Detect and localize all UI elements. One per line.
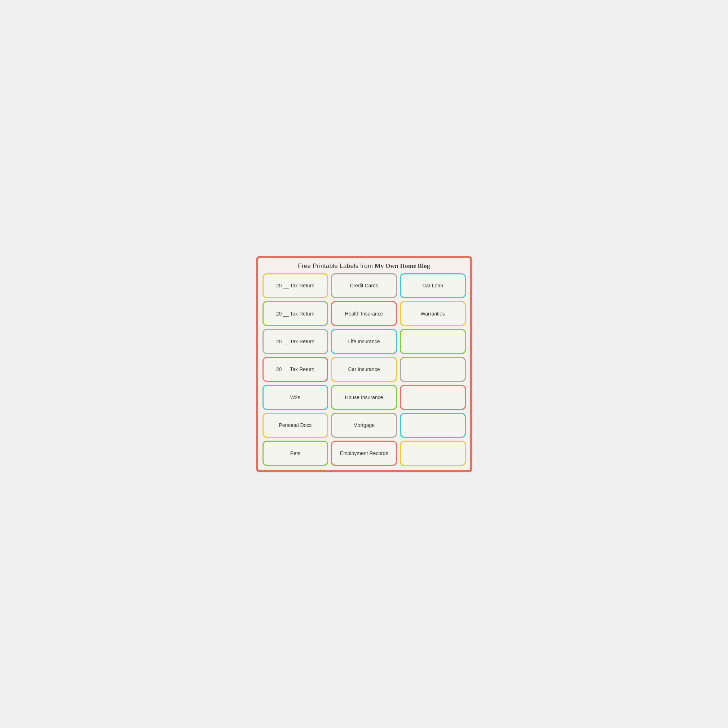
label-text: Warranties	[421, 310, 445, 317]
label-cell	[400, 357, 466, 382]
label-cell: Car Loan	[400, 273, 466, 298]
label-text: 20 __ Tax Return	[276, 366, 314, 372]
label-text: 20 __ Tax Return	[276, 338, 314, 345]
label-cell: House Insurance	[331, 385, 397, 410]
label-text: Employment Records	[340, 450, 388, 456]
label-cell	[400, 440, 466, 465]
label-cell: Mortgage	[331, 413, 397, 438]
label-cell: Credit Cards	[331, 273, 397, 298]
label-text: Car Insurance	[348, 366, 380, 372]
label-text: Personal Docs	[279, 422, 312, 428]
page-title: Free Printable Labels from My Own Home B…	[263, 263, 466, 270]
label-cell: 20 __ Tax Return	[263, 329, 329, 354]
label-text: Mortgage	[353, 422, 375, 428]
title-prefix: Free Printable Labels from	[298, 263, 375, 269]
label-text: House Insurance	[345, 394, 383, 401]
label-cell: 20 __ Tax Return	[263, 357, 329, 382]
label-text: 20 __ Tax Return	[276, 310, 314, 317]
label-cell: 20 __ Tax Return	[263, 273, 329, 298]
label-cell	[400, 329, 466, 354]
label-text: 20 __ Tax Return	[276, 282, 314, 289]
label-cell: 20 __ Tax Return	[263, 301, 329, 326]
label-cell: Car Insurance	[331, 357, 397, 382]
label-grid: 20 __ Tax ReturnCredit CardsCar Loan20 _…	[263, 273, 466, 466]
label-text: Car Loan	[422, 282, 443, 289]
label-cell: W2s	[263, 385, 329, 410]
title-brand: My Own Home Blog	[375, 263, 430, 269]
label-text: Life Insurance	[348, 338, 380, 345]
printable-page: Free Printable Labels from My Own Home B…	[256, 256, 473, 473]
label-cell: Warranties	[400, 301, 466, 326]
label-cell	[400, 413, 466, 438]
label-cell	[400, 385, 466, 410]
label-text: W2s	[290, 394, 300, 401]
label-text: Pets	[290, 450, 300, 456]
label-text: Health Insurance	[345, 310, 383, 317]
label-cell: Life Insurance	[331, 329, 397, 354]
label-cell: Personal Docs	[263, 413, 329, 438]
label-cell: Pets	[263, 440, 329, 465]
label-text: Credit Cards	[350, 282, 378, 289]
label-cell: Employment Records	[331, 440, 397, 465]
label-cell: Health Insurance	[331, 301, 397, 326]
